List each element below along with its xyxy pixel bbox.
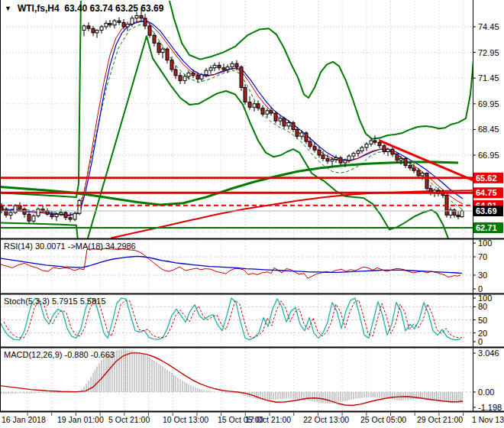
candle-body [292,122,295,129]
rsi-axis-label: 0 [478,284,483,293]
candle-body [378,142,381,145]
candle-body [32,216,35,222]
trendline [380,141,504,193]
candle-body [261,108,264,114]
series-rsi_ma [0,256,462,273]
candle-body [157,43,160,52]
candle-body [196,76,199,79]
candle-body [383,146,386,152]
price-axis-label: 66.95 [478,151,499,160]
candle-body [287,122,290,125]
candle-body [37,209,40,216]
macd-axis-label: 0.00 [478,387,494,397]
candle-body [64,212,67,218]
candle-body [161,49,164,52]
candle-body [14,206,17,212]
time-axis-label: 25 Oct 05:00 [360,415,406,424]
candle-body [421,173,424,176]
candle-body [244,88,247,102]
candle-body [412,168,415,170]
candle-body [213,65,216,67]
price-axis-label: 69.95 [478,99,499,109]
price-label-text: 64.75 [476,188,497,197]
candle-body [23,209,26,215]
candle-body [326,158,329,160]
candle-body [352,154,355,156]
candle-body [92,28,95,33]
chart-canvas[interactable]: 74.4572.9571.4569.9568.4566.951007030010… [0,0,504,428]
candle-body [296,129,299,136]
candle-body [218,65,221,67]
stoch-axis-label: 50 [478,316,487,325]
candle-body [274,113,277,121]
candle-body [166,49,169,60]
candle-body [60,212,63,214]
candle-body [226,67,229,70]
candle-body [87,26,90,28]
candle-body [270,111,273,113]
candle-body [266,111,269,114]
candle-body [205,70,208,75]
candle-body [118,21,121,22]
series-ma_long_green [0,162,458,205]
candle-body [283,118,286,126]
chart-title-bar: ▼WTI,fs,H4 63.40 63.74 63.25 63.69 [5,3,163,14]
candle-body [321,155,325,158]
rsi-axis-label: 100 [478,238,492,248]
candle-body [365,144,368,147]
candle-body [126,24,129,27]
candle-body [409,165,412,167]
macd-axis-label: -1.198 [478,403,502,412]
price-label-text: 65.62 [476,173,497,183]
candle-body [187,73,190,76]
candle-body [305,133,308,141]
time-axis-label: 19 Jan 01:00 [57,415,104,424]
candle-body [417,170,420,176]
candle-body [318,150,321,155]
candle-body [148,26,151,35]
candle-body [370,141,373,144]
candle-body [95,30,99,32]
candle-body [404,158,407,165]
candle-body [357,151,360,153]
candle-body [179,76,182,81]
candle-body [183,76,186,81]
series-ma_fast_blue [2,21,463,215]
time-axis-label: 16 Jan 2018 [2,415,46,424]
candle-body [344,160,347,163]
price-axis-label: 74.45 [478,22,499,31]
candle-body [144,18,147,26]
candle-body [240,67,243,88]
rsi-axis-label: 30 [478,271,487,280]
price-label-text: 63.69 [476,206,497,216]
candle-body [360,148,363,151]
stoch-axis-label: 100 [478,293,492,303]
candle-body [131,18,134,24]
candle-body [399,158,402,160]
candle-body [82,26,86,31]
price-axis-label: 72.95 [478,48,499,57]
chart-title: WTI,fs,H4 63.40 63.74 63.25 63.69 [18,3,163,14]
candle-body [135,15,138,18]
candle-body [231,63,234,66]
candle-body [73,213,76,219]
candle-body [140,15,143,18]
candle-body [425,173,428,189]
candle-body [78,200,81,213]
time-axis-label: 29 Oct 21:00 [417,415,463,424]
candle-body [386,149,389,151]
candle-body [222,68,225,70]
candle-body [113,21,116,25]
candle-body [9,212,12,215]
stoch-axis-label: 80 [478,302,487,311]
macd-axis-label: 3.046 [478,349,499,358]
candle-body [122,22,125,27]
symbol-dropdown-icon[interactable]: ▼ [5,5,11,12]
time-axis-label: 1 Nov 13:00 [472,415,504,424]
time-axis-label: 17 Oct 21:00 [245,415,291,424]
candle-body [373,141,376,142]
rsi-series [0,248,462,278]
candle-body [457,215,460,216]
candle-body [248,102,251,108]
candle-body [331,160,334,161]
